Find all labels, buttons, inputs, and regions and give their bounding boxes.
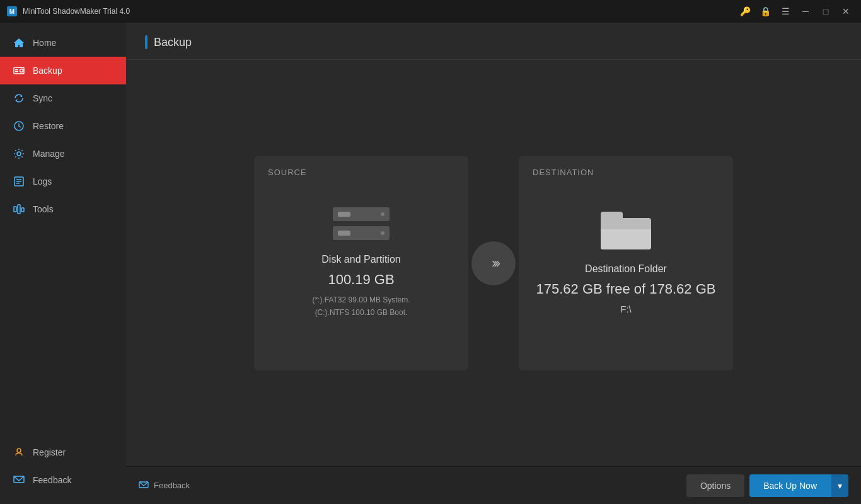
svg-rect-2	[14, 67, 24, 74]
sidebar-item-register-label: Register	[33, 447, 66, 457]
source-label: SOURCE	[268, 168, 307, 177]
svg-rect-3	[15, 69, 18, 71]
svg-point-5	[20, 69, 23, 72]
title-bar: M MiniTool ShadowMaker Trial 4.0 🔑 🔒 ☰ ─…	[0, 0, 861, 23]
destination-icon-area	[601, 212, 651, 249]
svg-rect-4	[15, 71, 18, 72]
sidebar-item-home-label: Home	[33, 38, 56, 48]
page-title: Backup	[154, 36, 192, 49]
destination-free: 175.62 GB free of 178.62 GB	[536, 281, 716, 297]
sidebar-item-backup[interactable]: Backup	[0, 57, 126, 84]
options-button[interactable]: Options	[686, 474, 744, 497]
source-card[interactable]: SOURCE Disk and Partition 100.19 GB (*:)…	[254, 156, 468, 370]
footer: Feedback Options Back Up Now ▾	[126, 466, 861, 504]
folder-open	[601, 226, 651, 249]
menu-icon[interactable]: ☰	[777, 3, 794, 20]
header-accent-bar	[145, 35, 147, 49]
footer-feedback-label: Feedback	[154, 481, 190, 490]
page-header: Backup	[126, 23, 861, 60]
manage-icon	[13, 147, 25, 160]
sidebar-item-restore[interactable]: Restore	[0, 112, 126, 140]
sidebar-item-sync[interactable]: Sync	[0, 84, 126, 112]
svg-rect-14	[21, 208, 24, 212]
close-button[interactable]: ✕	[837, 3, 855, 20]
maximize-button[interactable]: □	[817, 3, 835, 20]
disk-icon	[333, 207, 390, 240]
sidebar-item-tools-label: Tools	[33, 204, 54, 214]
destination-name: Destination Folder	[585, 263, 667, 275]
source-detail-line1: (*:).FAT32 99.00 MB System.	[312, 294, 410, 306]
tools-icon	[13, 203, 25, 215]
sidebar-item-feedback[interactable]: Feedback	[0, 466, 126, 494]
backup-now-button[interactable]: Back Up Now	[749, 474, 831, 497]
sidebar: Home Backup	[0, 23, 126, 504]
svg-rect-12	[14, 207, 16, 212]
sidebar-item-manage[interactable]: Manage	[0, 140, 126, 168]
restore-icon	[13, 120, 25, 132]
minimize-button[interactable]: ─	[797, 3, 814, 20]
sidebar-item-restore-label: Restore	[33, 121, 64, 131]
feedback-icon-footer	[139, 481, 149, 491]
svg-text:M: M	[9, 8, 14, 15]
svg-point-7	[17, 152, 21, 156]
source-icon-area	[333, 207, 390, 240]
content-area: Backup SOURCE Disk and Partition 100.19 …	[126, 23, 861, 504]
key-icon[interactable]: 🔑	[736, 3, 754, 20]
footer-feedback[interactable]: Feedback	[139, 481, 190, 491]
disk-slot-2	[333, 226, 390, 240]
arrow-icon: ›››	[471, 241, 516, 285]
svg-rect-13	[18, 205, 20, 214]
feedback-icon	[13, 474, 25, 486]
sync-icon	[13, 92, 25, 105]
main-layout: Home Backup	[0, 23, 861, 504]
app-title: MiniTool ShadowMaker Trial 4.0	[23, 7, 736, 16]
backup-icon	[13, 64, 25, 77]
sidebar-item-logs-label: Logs	[33, 176, 52, 186]
sidebar-item-feedback-label: Feedback	[33, 475, 71, 485]
sidebar-item-backup-label: Backup	[33, 66, 62, 76]
register-icon	[13, 446, 25, 459]
destination-label: DESTINATION	[533, 168, 594, 177]
lock-icon[interactable]: 🔒	[756, 3, 774, 20]
sidebar-item-logs[interactable]: Logs	[0, 168, 126, 195]
folder-icon	[601, 212, 651, 249]
sidebar-item-manage-label: Manage	[33, 149, 65, 159]
destination-path: F:\	[620, 304, 632, 314]
title-controls: 🔑 🔒 ☰ ─ □ ✕	[736, 3, 855, 20]
disk-slot-1	[333, 207, 390, 221]
source-name: Disk and Partition	[321, 254, 400, 265]
source-detail-line2: (C:).NTFS 100.10 GB Boot.	[312, 307, 410, 319]
sidebar-item-tools[interactable]: Tools	[0, 195, 126, 223]
sidebar-item-sync-label: Sync	[33, 93, 52, 103]
source-size: 100.19 GB	[328, 272, 394, 288]
destination-card[interactable]: DESTINATION Destination Folder 175.62 GB…	[519, 156, 733, 370]
source-detail: (*:).FAT32 99.00 MB System. (C:).NTFS 10…	[312, 294, 410, 318]
logs-icon	[13, 175, 25, 188]
sidebar-item-register[interactable]: Register	[0, 438, 126, 466]
arrow-connector: ›››	[468, 238, 519, 289]
backup-area: SOURCE Disk and Partition 100.19 GB (*:)…	[126, 60, 861, 466]
backup-now-dropdown[interactable]: ▾	[831, 474, 848, 497]
home-icon	[13, 37, 25, 49]
svg-point-15	[17, 449, 21, 452]
sidebar-item-home[interactable]: Home	[0, 29, 126, 57]
app-icon: M	[6, 6, 18, 17]
